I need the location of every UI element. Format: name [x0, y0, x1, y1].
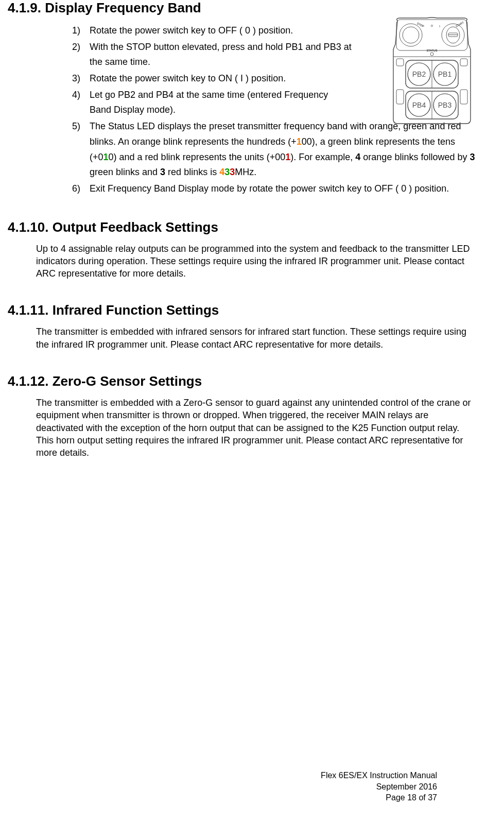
para-4-1-10: Up to 4 assignable relay outputs can be … — [8, 243, 476, 280]
start-label: START — [455, 21, 465, 28]
list-number: 3) — [72, 71, 90, 87]
svg-rect-9 — [396, 59, 404, 66]
list-number: 1) — [72, 23, 90, 39]
status-label: STATUS — [427, 49, 438, 52]
stop-label: STOP — [416, 22, 425, 28]
footer-line-2: September 2016 — [321, 781, 437, 793]
list-number: 2) — [72, 40, 90, 70]
footer-line-3: Page 18 of 37 — [321, 792, 437, 803]
list-text: Exit Frequency Band Display mode by rota… — [90, 181, 476, 197]
pb4-label: PB4 — [412, 101, 426, 109]
heading-4-1-12: 4.1.12. Zero-G Sensor Settings — [8, 373, 476, 389]
pb1-label: PB1 — [438, 70, 452, 78]
heading-4-1-9: 4.1.9. Display Frequency Band — [8, 0, 476, 16]
transmitter-diagram: STOP START O I STATUS PB2 PB1 PB4 PB3 — [388, 16, 476, 125]
svg-point-2 — [403, 27, 419, 43]
svg-point-7 — [430, 53, 433, 56]
svg-point-1 — [399, 24, 422, 46]
list-number: 4) — [72, 88, 90, 118]
svg-rect-12 — [460, 90, 467, 104]
page-footer: Flex 6ES/EX Instruction Manual September… — [321, 770, 437, 803]
heading-4-1-11: 4.1.11. Infrared Function Settings — [8, 302, 476, 318]
o-label: O — [431, 24, 433, 27]
pb2-label: PB2 — [412, 70, 426, 78]
footer-line-1: Flex 6ES/EX Instruction Manual — [321, 770, 437, 781]
i-label: I — [439, 25, 440, 28]
list-text: The Status LED displays the preset trans… — [90, 119, 476, 180]
list-item: 5)The Status LED displays the preset tra… — [72, 119, 476, 180]
svg-rect-11 — [396, 90, 404, 104]
list-number: 5) — [72, 119, 90, 180]
list-number: 6) — [72, 181, 90, 197]
pb3-label: PB3 — [438, 101, 452, 109]
svg-point-3 — [442, 24, 464, 46]
heading-4-1-10: 4.1.10. Output Feedback Settings — [8, 219, 476, 235]
para-4-1-11: The transmitter is embedded with infrare… — [8, 325, 476, 351]
list-item: 6)Exit Frequency Band Display mode by ro… — [72, 181, 476, 197]
svg-rect-10 — [460, 59, 467, 66]
para-4-1-12: The transmitter is embedded with a Zero-… — [8, 397, 476, 459]
